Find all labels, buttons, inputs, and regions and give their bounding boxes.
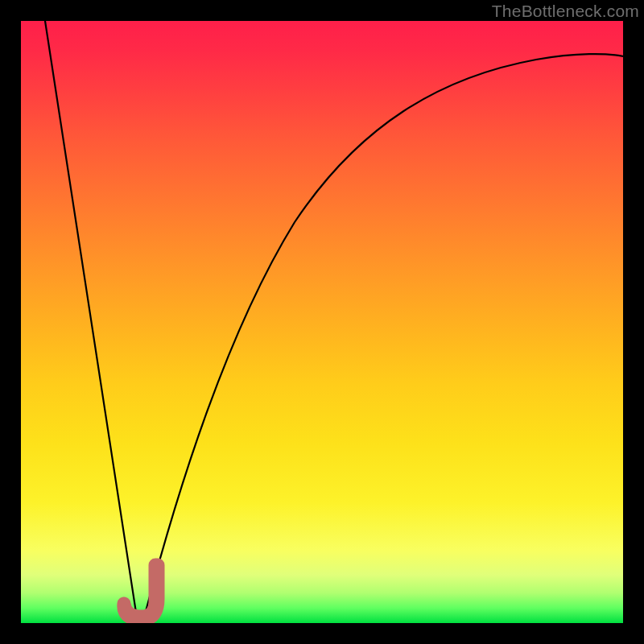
chart-svg [21,21,623,623]
plot-area [21,21,623,623]
marker-j-icon [124,565,158,620]
watermark-text: TheBottleneck.com [492,2,639,21]
bottleneck-curve [45,21,623,623]
chart-frame: TheBottleneck.com [0,0,644,644]
